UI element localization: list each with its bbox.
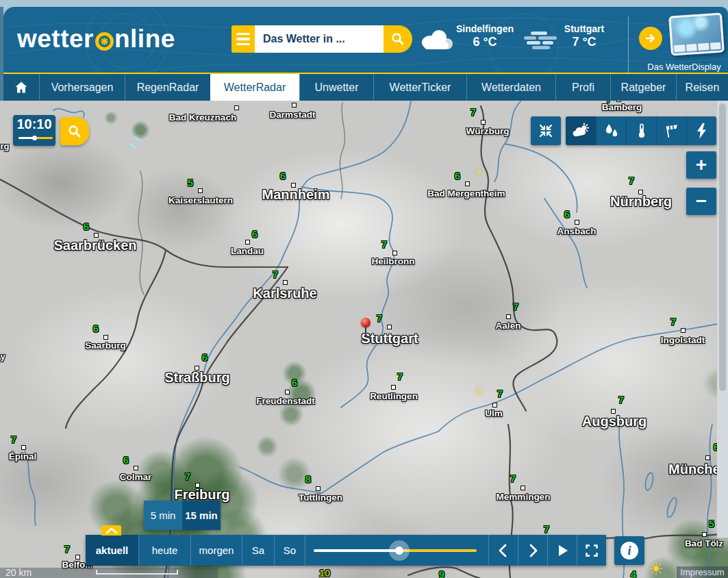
city-label: Bad Kreuznach bbox=[169, 112, 236, 123]
city-label: Karlsruhe bbox=[253, 286, 316, 301]
city-label: Ingolstadt bbox=[661, 335, 705, 345]
favorite-location[interactable]: Sindelfingen 6 °C bbox=[453, 23, 516, 49]
city-temp: 6 bbox=[84, 221, 89, 232]
expand-timebar-button[interactable] bbox=[101, 525, 121, 536]
city-marker bbox=[283, 280, 288, 285]
truncated-label: y bbox=[0, 351, 5, 362]
info-button[interactable]: i bbox=[614, 536, 644, 565]
step-back-button[interactable] bbox=[488, 535, 518, 566]
city-label: Stuttgart bbox=[361, 331, 418, 347]
interval-15min[interactable]: 15 min bbox=[182, 501, 221, 530]
fog-icon bbox=[524, 32, 557, 50]
city-marker bbox=[285, 390, 290, 394]
city-marker bbox=[134, 466, 138, 470]
play-icon bbox=[555, 543, 570, 558]
timeline-tab-aktuell[interactable]: aktuell bbox=[86, 535, 138, 566]
favorite-location[interactable]: Stuttgart 7 °C bbox=[555, 23, 613, 49]
city-temp: 8 bbox=[305, 473, 311, 485]
mini-timeline bbox=[18, 137, 53, 140]
timeline-tab-heute[interactable]: heute bbox=[138, 535, 190, 566]
tab-wetterticker[interactable]: WetterTicker bbox=[373, 74, 466, 101]
zoom-in-button[interactable]: + bbox=[686, 151, 716, 179]
city-temp: 6 bbox=[93, 323, 99, 334]
thermometer-icon bbox=[633, 122, 651, 140]
slider-track-forecast[interactable] bbox=[399, 549, 477, 552]
city-temp: 7 bbox=[381, 238, 387, 250]
city-temp: 7 bbox=[64, 543, 70, 555]
timeline-tab-so[interactable]: So bbox=[274, 535, 305, 566]
search-icon bbox=[390, 32, 405, 47]
collapse-controls-button[interactable] bbox=[531, 116, 561, 145]
search-button[interactable] bbox=[384, 25, 412, 53]
tab-wetterdaten[interactable]: Wetterdaten bbox=[466, 74, 555, 101]
time-slider[interactable] bbox=[305, 535, 488, 566]
wetterdisplay-label[interactable]: Das WetterDisplay bbox=[640, 62, 728, 72]
slider-track-elapsed[interactable] bbox=[314, 549, 399, 552]
tab-vorhersagen[interactable]: Vorhersagen bbox=[39, 74, 125, 101]
interval-toggle: 5 min15 min bbox=[144, 501, 221, 530]
zoom-out-button[interactable]: − bbox=[686, 188, 716, 215]
city-temp: 7 bbox=[11, 434, 16, 445]
sun-icon: ☀ bbox=[473, 383, 486, 401]
favorite-temp: 6 °C bbox=[473, 34, 497, 49]
tab-ratgeber[interactable]: Ratgeber bbox=[610, 74, 676, 101]
tab-profi[interactable]: Profi bbox=[555, 74, 610, 101]
cloud-icon bbox=[417, 27, 453, 51]
chevron-left-icon bbox=[496, 543, 511, 558]
city-temp: 7 bbox=[185, 470, 190, 482]
timeline-tab-morgen[interactable]: morgen bbox=[190, 535, 242, 566]
city-marker bbox=[492, 403, 497, 407]
city-temp: 7 bbox=[377, 312, 382, 324]
city-marker bbox=[705, 455, 710, 460]
search-icon bbox=[67, 124, 82, 139]
city-label: Darmstadt bbox=[270, 110, 316, 120]
step-forward-button[interactable] bbox=[518, 535, 547, 566]
weather-radar-map[interactable]: Bad KreuznachDarmstadtWürzburg7Bamberg7K… bbox=[0, 101, 728, 578]
city-marker bbox=[506, 314, 511, 319]
interval-5min[interactable]: 5 min bbox=[144, 501, 182, 530]
cloud-sun-icon bbox=[572, 122, 590, 140]
scrollbar-thumb[interactable] bbox=[719, 103, 726, 391]
city-marker bbox=[520, 486, 525, 490]
search-input[interactable] bbox=[255, 25, 392, 53]
tab-regenradar[interactable]: RegenRadar bbox=[125, 74, 210, 101]
tab-reisen[interactable]: Reisen bbox=[676, 74, 728, 101]
city-marker bbox=[391, 385, 396, 390]
city-label: Ulm bbox=[485, 408, 503, 418]
city-marker bbox=[234, 105, 239, 110]
city-temp: 7 bbox=[670, 316, 676, 327]
layer-wind-button[interactable] bbox=[656, 116, 686, 145]
hamburger-icon bbox=[236, 33, 250, 36]
time-display[interactable]: 10:10 bbox=[13, 115, 55, 146]
city-marker bbox=[575, 220, 579, 225]
home-icon bbox=[14, 80, 29, 95]
menu-button[interactable] bbox=[231, 25, 255, 53]
fullscreen-button[interactable] bbox=[577, 535, 606, 566]
wetterdisplay-preview-image[interactable] bbox=[668, 12, 725, 55]
impressum-link[interactable]: Impressum bbox=[677, 566, 728, 578]
map-search-button[interactable] bbox=[60, 117, 89, 145]
city-marker bbox=[702, 532, 707, 537]
timeline-tab-sa[interactable]: Sa bbox=[242, 535, 274, 566]
city-marker bbox=[245, 240, 250, 244]
favorite-temp: 7 °C bbox=[572, 34, 596, 49]
tab-unwetter[interactable]: Unwetter bbox=[299, 74, 373, 101]
wetteronline-logo[interactable]: wetternline bbox=[17, 25, 175, 53]
map-temp: 7 bbox=[544, 523, 549, 535]
city-marker bbox=[316, 486, 321, 491]
city-temp: 6 bbox=[564, 208, 570, 220]
layer-clouds-button[interactable] bbox=[566, 116, 596, 145]
slider-knob[interactable] bbox=[395, 546, 403, 555]
tab-wetterradar[interactable]: WetterRadar bbox=[210, 74, 299, 101]
home-tab[interactable] bbox=[3, 74, 39, 101]
city-marker bbox=[465, 181, 470, 186]
play-button[interactable] bbox=[547, 535, 577, 566]
layer-temperature-button[interactable] bbox=[626, 116, 656, 145]
collapse-arrows-icon bbox=[538, 123, 554, 139]
city-temp: 6 bbox=[123, 454, 129, 466]
layer-storm-button[interactable] bbox=[686, 116, 716, 145]
layer-precipitation-button[interactable] bbox=[596, 116, 626, 145]
wetterdisplay-arrow-button[interactable] bbox=[639, 27, 662, 50]
scrollbar[interactable] bbox=[717, 101, 728, 538]
city-label: Aalen bbox=[496, 321, 521, 331]
